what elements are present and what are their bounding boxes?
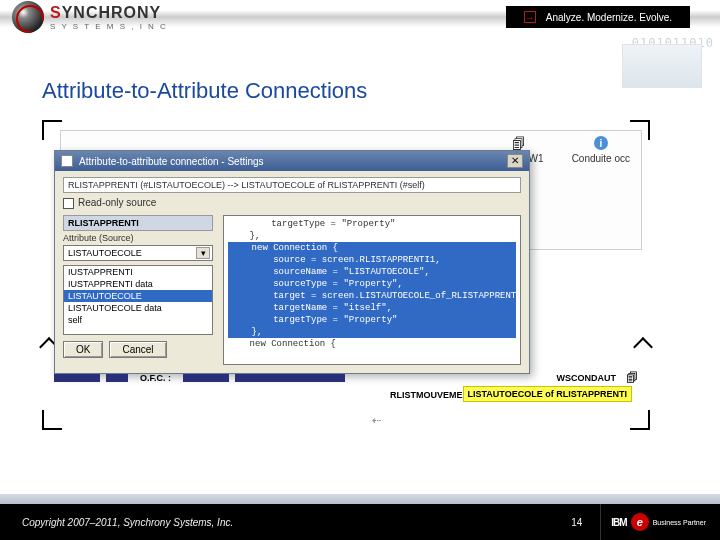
attribute-listbox[interactable]: IUSTAPPRENTI IUSTAPPRENTI data LISTAUTOE… xyxy=(63,265,213,335)
designer-bottom-bar: O.F.C. : WSCONDAUT 🗐 xyxy=(54,370,638,386)
connection-path-field[interactable]: RLISTAPPRENTI (#LISTAUTOECOLE) --> LISTA… xyxy=(63,177,521,193)
tagline: → Analyze. Modernize. Evolve. xyxy=(506,6,690,28)
slide-title: Attribute-to-Attribute Connections xyxy=(0,34,720,112)
figure-canvas: 🗐 RTARIFW1 i Conduite occ Attribute-to-a… xyxy=(42,120,650,460)
footer-stripe xyxy=(0,494,720,504)
copyright-text: Copyright 2007–2011, Synchrony Systems, … xyxy=(22,517,233,528)
field-bar xyxy=(106,374,128,382)
list-item[interactable]: LISTAUTOECOLE xyxy=(64,290,212,302)
logo-mark-icon xyxy=(12,1,44,33)
object-conduite[interactable]: i Conduite occ xyxy=(572,136,630,164)
list-item[interactable]: IUSTAPPRENTI xyxy=(64,266,212,278)
crop-mark-icon xyxy=(633,337,653,357)
decor-people-image xyxy=(622,44,702,88)
crop-mark-icon xyxy=(630,410,650,430)
dialog-title-text: Attribute-to-attribute connection - Sett… xyxy=(79,156,264,167)
cancel-button[interactable]: Cancel xyxy=(109,341,166,358)
tagline-text: Analyze. Modernize. Evolve. xyxy=(546,12,672,23)
crop-mark-icon xyxy=(42,410,62,430)
dialog-titlebar[interactable]: Attribute-to-attribute connection - Sett… xyxy=(55,151,529,171)
close-button[interactable]: ✕ xyxy=(507,154,523,168)
tagline-arrow-icon: → xyxy=(524,11,536,23)
ibm-logo-text: IBM xyxy=(611,517,626,528)
target-highlight[interactable]: LISTAUTOECOLE of RLISTAPPRENTI xyxy=(463,386,633,402)
page-number: 14 xyxy=(571,517,600,528)
brand-header: SYNCHRONY S Y S T E M S , I N C → Analyz… xyxy=(0,0,720,34)
slide-footer: Copyright 2007–2011, Synchrony Systems, … xyxy=(0,504,720,540)
logo-text: SYNCHRONY xyxy=(50,4,168,22)
code-column: targetType = "Property" }, new Connectio… xyxy=(223,215,521,365)
e-business-icon: e xyxy=(631,513,649,531)
attribute-combo[interactable]: LISTAUTOECOLE xyxy=(63,245,213,261)
object-label: Conduite occ xyxy=(572,153,630,164)
field-bar xyxy=(183,374,229,382)
source-group-header: RLISTAPPRENTI xyxy=(63,215,213,231)
code-line: new Connection { xyxy=(228,338,516,350)
logo-text-wrap: SYNCHRONY S Y S T E M S , I N C xyxy=(50,4,168,31)
logo: SYNCHRONY S Y S T E M S , I N C xyxy=(0,1,168,33)
readonly-label: Read-only source xyxy=(78,197,156,208)
crop-mark-icon xyxy=(42,120,62,140)
business-partner-text: Business Partner xyxy=(653,519,706,526)
source-column: RLISTAPPRENTI Attribute (Source) LISTAUT… xyxy=(63,215,213,358)
ibm-partner-badge: IBM e Business Partner xyxy=(600,504,706,540)
document-icon: 🗐 xyxy=(626,371,638,385)
arrow-left-icon: ⇠ xyxy=(372,414,381,427)
dialog-body: RLISTAPPRENTI (#LISTAUTOECOLE) --> LISTA… xyxy=(55,171,529,373)
logo-rest: YNCHRONY xyxy=(62,4,162,21)
field-bar xyxy=(235,374,345,382)
dialog-app-icon xyxy=(61,155,73,167)
settings-dialog: Attribute-to-attribute connection - Sett… xyxy=(54,150,530,374)
info-icon: i xyxy=(594,136,608,150)
checkbox-icon[interactable] xyxy=(63,198,74,209)
attribute-source-label: Attribute (Source) xyxy=(63,233,213,243)
list-item[interactable]: IUSTAPPRENTI data xyxy=(64,278,212,290)
logo-subtitle: S Y S T E M S , I N C xyxy=(50,22,168,31)
code-line: targetType = "Property" }, xyxy=(228,218,516,242)
field-bar xyxy=(54,374,100,382)
ofc-label: O.F.C. : xyxy=(134,373,177,383)
logo-accent: S xyxy=(50,4,62,21)
ok-button[interactable]: OK xyxy=(63,341,103,358)
readonly-checkbox-row[interactable]: Read-only source xyxy=(63,197,521,209)
list-item[interactable]: self xyxy=(64,314,212,326)
code-selection: new Connection { source = screen.RLISTAP… xyxy=(228,242,516,338)
wscondaut-label: WSCONDAUT xyxy=(557,373,617,383)
list-item[interactable]: LISTAUTOECOLE data xyxy=(64,302,212,314)
code-editor[interactable]: targetType = "Property" }, new Connectio… xyxy=(223,215,521,365)
dialog-button-row: OK Cancel xyxy=(63,341,213,358)
